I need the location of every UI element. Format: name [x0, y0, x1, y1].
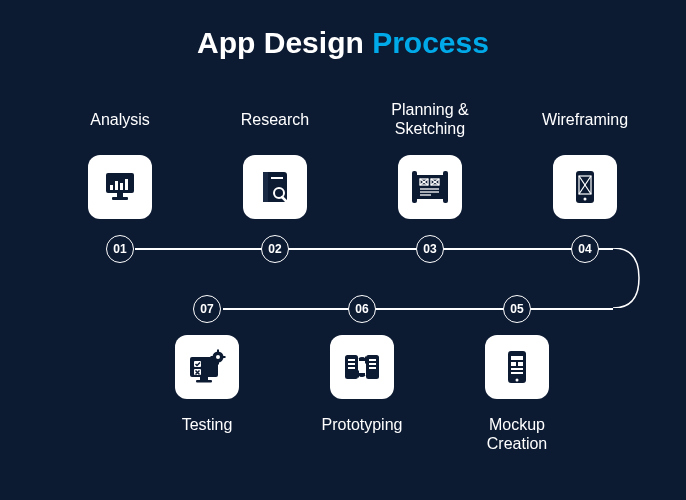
step-icon-prototyping — [330, 335, 394, 399]
step-icon-wireframing — [553, 155, 617, 219]
step-label-analysis: Analysis — [60, 110, 180, 129]
svg-point-52 — [216, 355, 220, 359]
step-icon-analysis — [88, 155, 152, 219]
step-label-mockup: Mockup Creation — [457, 415, 577, 453]
step-number-03: 03 — [416, 235, 444, 263]
svg-rect-5 — [120, 183, 123, 190]
svg-rect-53 — [217, 350, 219, 353]
svg-rect-56 — [223, 356, 226, 358]
svg-rect-29 — [508, 351, 526, 383]
step-label-research: Research — [215, 110, 335, 129]
svg-rect-40 — [348, 367, 355, 369]
svg-rect-14 — [443, 171, 448, 203]
step-label-wireframing: Wireframing — [525, 110, 645, 129]
step-number-01: 01 — [106, 235, 134, 263]
svg-rect-33 — [518, 362, 523, 366]
connector-line — [223, 308, 613, 310]
svg-rect-34 — [511, 368, 523, 370]
svg-rect-39 — [348, 363, 355, 365]
step-number-02: 02 — [261, 235, 289, 263]
step-icon-research — [243, 155, 307, 219]
step-label-testing: Testing — [147, 415, 267, 434]
svg-rect-47 — [200, 377, 208, 380]
prototype-icon — [341, 347, 383, 387]
step-icon-testing — [175, 335, 239, 399]
connector-line — [135, 248, 613, 250]
svg-rect-38 — [348, 359, 355, 361]
blueprint-icon — [409, 167, 451, 207]
svg-rect-6 — [125, 179, 128, 190]
svg-rect-41 — [369, 359, 376, 361]
mockup-icon — [497, 347, 537, 387]
step-label-planning: Planning & Sketching — [370, 100, 490, 138]
step-number-05: 05 — [503, 295, 531, 323]
analytics-icon — [100, 167, 140, 207]
svg-rect-9 — [271, 177, 283, 179]
step-icon-planning — [398, 155, 462, 219]
step-number-04: 04 — [571, 235, 599, 263]
wireframe-icon — [565, 167, 605, 207]
svg-rect-55 — [211, 356, 214, 358]
svg-rect-3 — [110, 185, 113, 190]
svg-point-30 — [516, 379, 519, 382]
title-accent: Process — [372, 26, 489, 59]
step-icon-mockup — [485, 335, 549, 399]
step-label-prototyping: Prototyping — [302, 415, 422, 434]
svg-rect-8 — [263, 172, 268, 202]
page-title: App Design Process — [0, 0, 686, 60]
research-icon — [255, 167, 295, 207]
title-plain: App Design — [197, 26, 372, 59]
svg-rect-42 — [369, 363, 376, 365]
svg-rect-54 — [217, 362, 219, 365]
svg-point-25 — [584, 198, 587, 201]
svg-rect-32 — [511, 362, 516, 366]
svg-rect-48 — [196, 380, 212, 383]
testing-icon — [186, 347, 228, 387]
connector-curve-right — [613, 248, 643, 308]
svg-rect-2 — [112, 197, 128, 200]
svg-rect-31 — [511, 356, 523, 360]
svg-rect-4 — [115, 181, 118, 190]
svg-rect-43 — [369, 367, 376, 369]
svg-rect-35 — [511, 372, 523, 374]
svg-rect-13 — [412, 171, 417, 203]
step-number-06: 06 — [348, 295, 376, 323]
step-number-07: 07 — [193, 295, 221, 323]
svg-rect-1 — [117, 193, 123, 197]
